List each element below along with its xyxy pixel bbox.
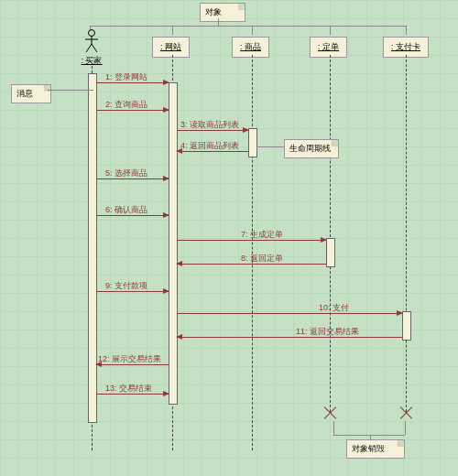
msg-13: 13: 交易结束	[96, 394, 169, 395]
msg-6: 6: 确认商品	[96, 215, 169, 216]
msg-3: 3: 读取商品列表	[177, 130, 248, 131]
obj-order: : 定单	[310, 37, 347, 58]
act-product	[248, 128, 257, 157]
destroy-icon	[323, 406, 336, 419]
note-lifecycle: 生命周期线	[284, 139, 339, 158]
note-message: 消息	[11, 84, 51, 103]
act-buyer	[88, 73, 97, 423]
msg-1: 1: 登录网站	[96, 82, 169, 83]
note-objects: 对象	[200, 3, 245, 22]
destroy-icon	[399, 406, 412, 419]
lifeline-order	[330, 55, 331, 412]
msg-2: 2: 查询商品	[96, 110, 169, 111]
note-message-text: 消息	[16, 89, 33, 98]
act-card	[402, 311, 411, 341]
msg-8: 8: 返回定单	[177, 264, 326, 265]
msg-12: 12: 展示交易结果	[96, 364, 169, 365]
svg-line-3	[86, 44, 92, 52]
msg-4: 4: 返回商品列表	[177, 151, 248, 152]
obj-product: : 商品	[232, 37, 269, 58]
note-destroy-text: 对象销毁	[352, 444, 385, 453]
note-objects-text: 对象	[205, 7, 222, 16]
note-lifecycle-text: 生命周期线	[289, 144, 331, 153]
msg-9: 9: 支付款项	[96, 291, 169, 292]
person-icon	[83, 29, 100, 53]
svg-line-4	[92, 44, 97, 52]
lifeline-card	[406, 55, 407, 412]
svg-point-0	[89, 30, 95, 37]
msg-5: 5: 选择商品	[96, 178, 169, 179]
actor-buyer: : 买家	[75, 29, 108, 67]
msg-11: 11: 返回交易结果	[177, 337, 402, 338]
msg-7: 7: 生成定单	[177, 240, 326, 241]
msg-10: 10: 支付	[177, 313, 402, 314]
note-destroy: 对象销毁	[346, 439, 405, 459]
obj-website: : 网站	[152, 37, 190, 58]
act-order	[326, 238, 335, 267]
